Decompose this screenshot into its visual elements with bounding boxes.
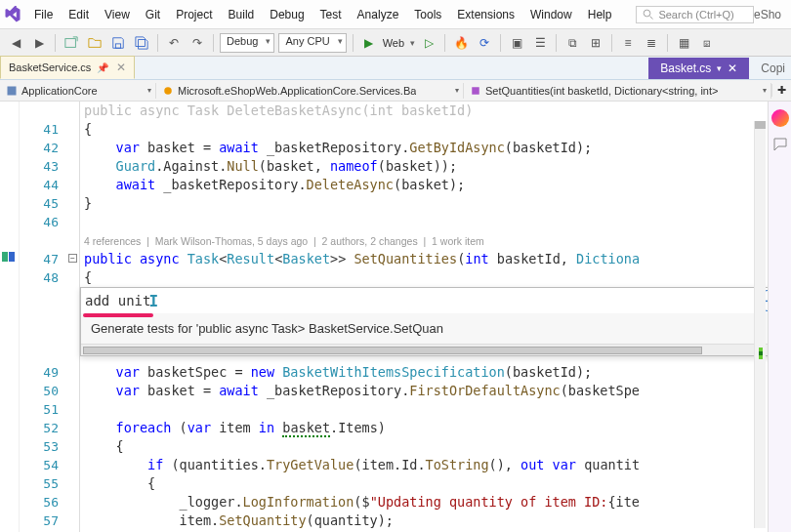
tb-icon-7[interactable]: ▦ [674,33,693,53]
vs-logo-icon [4,3,21,26]
code-line[interactable]: { [80,120,791,139]
nav-project-combo[interactable]: ApplicationCore [0,83,156,99]
menu-test[interactable]: Test [313,4,349,25]
tb-icon-1[interactable]: ▣ [507,33,526,53]
split-handle[interactable] [755,121,766,129]
tab-right-label: Basket.cs [660,61,711,75]
code-line[interactable]: public async Task<Result<Basket>> SetQua… [80,250,791,268]
undo-icon[interactable]: ↶ [164,33,184,53]
tb-icon-8[interactable]: ⧆ [697,33,717,53]
code-line[interactable]: Guard.Against.Null(basket, nameof(basket… [80,157,791,176]
chat-icon[interactable] [772,137,788,152]
tb-icon-2[interactable]: ☰ [530,33,550,53]
close-icon[interactable]: ✕ [116,61,126,74]
code-line[interactable]: var basketSpec = new BasketWithItemsSpec… [80,363,791,382]
close-icon[interactable]: ✕ [728,61,737,75]
menu-git[interactable]: Git [139,4,167,25]
nav-member-combo[interactable]: SetQuantities(int basketId, Dictionary<s… [464,83,771,99]
menu-tools[interactable]: Tools [407,4,448,25]
browser-refresh-icon[interactable]: ⟳ [475,33,494,53]
code-line[interactable]: var basket = await _basketRepository.Get… [80,139,791,157]
code-line[interactable]: } [80,194,791,213]
code-line[interactable]: foreach (var item in basket.Items) [80,419,791,437]
tb-icon-6[interactable]: ≣ [642,33,661,53]
class-icon [162,85,174,97]
tb-icon-5[interactable]: ≡ [618,33,638,53]
menu-build[interactable]: Build [222,4,262,25]
start-label[interactable]: Web [383,37,404,49]
code-line[interactable] [80,213,791,231]
caret-icon: I [148,292,158,310]
svg-rect-7 [2,252,8,262]
menu-debug[interactable]: Debug [263,4,311,25]
titlebar: FileEditViewGitProjectBuildDebugTestAnal… [0,0,791,29]
code-line[interactable] [80,400,791,419]
menu-view[interactable]: View [98,4,137,25]
fold-box-icon[interactable]: − [68,254,77,263]
method-icon [470,85,481,97]
nav-type-combo[interactable]: Microsoft.eShopWeb.ApplicationCore.Servi… [156,83,464,99]
svg-rect-2 [65,38,76,47]
code-line[interactable]: public async Task DeleteBasketAsync(int … [80,102,791,120]
code-editor[interactable]: 414243444546474849505152535455565758 − p… [0,102,791,532]
copilot-tab-label[interactable]: Copi [755,58,791,79]
new-project-icon[interactable] [62,33,81,53]
main-menu: FileEditViewGitProjectBuildDebugTestAnal… [27,4,618,25]
save-icon[interactable] [108,33,128,53]
menu-window[interactable]: Window [523,4,579,25]
nav-back-icon[interactable]: ◀ [6,33,25,53]
tb-icon-3[interactable]: ⧉ [562,33,582,53]
nav-split-icon[interactable]: ✚ [771,84,791,97]
code-line[interactable]: if (quantities.TryGetValue(item.Id.ToStr… [80,456,791,474]
tab-active[interactable]: BasketService.cs 📌 ✕ [0,56,135,79]
tb-icon-4[interactable]: ⊞ [586,33,605,53]
tab-label: BasketService.cs [9,61,91,73]
glyph-margin [0,102,20,532]
code-line[interactable]: 4 references | Mark Wilson-Thomas, 5 day… [80,231,791,250]
code-line[interactable]: { [80,474,791,493]
open-icon[interactable] [85,33,104,53]
hot-reload-icon[interactable]: 🔥 [451,33,471,53]
nav-fwd-icon[interactable]: ▶ [29,33,49,53]
copilot-suggestion[interactable]: Generate tests for 'public async Task> B… [81,313,782,344]
code-line[interactable]: { [80,268,791,287]
menu-file[interactable]: File [27,4,60,25]
start-nodebug-icon[interactable]: ▷ [419,33,438,53]
copilot-side-panel [768,102,791,532]
copilot-avatar-icon[interactable] [771,109,789,127]
code-line[interactable]: _logger.LogInformation($"Updating quanti… [80,493,791,512]
redo-icon[interactable]: ↷ [187,33,207,53]
config-combo[interactable]: Debug [220,33,274,53]
csharp-project-icon [6,85,18,97]
menu-edit[interactable]: Edit [62,4,96,25]
menu-help[interactable]: Help [581,4,619,25]
search-box[interactable]: Search (Ctrl+Q) [636,6,754,23]
platform-combo[interactable]: Any CPU [278,33,346,53]
tab-right[interactable]: Basket.cs ▾ ✕ [648,58,749,79]
menu-project[interactable]: Project [169,4,219,25]
code-line[interactable]: { [80,437,791,456]
pin-icon[interactable]: 📌 [97,62,108,73]
start-icon[interactable]: ▶ [359,33,379,53]
svg-rect-4 [8,86,17,95]
copilot-inline-popup[interactable]: add unitI➜Generate tests for 'public asy… [80,287,783,356]
save-all-icon[interactable] [132,33,151,53]
menu-extensions[interactable]: Extensions [450,4,521,25]
code-content[interactable]: − public async Task DeleteBasketAsync(in… [66,102,791,532]
outline-bar: − [66,102,80,532]
copilot-input-text[interactable]: add unit [85,293,150,308]
copilot-scrollbar[interactable]: ▸ [81,344,782,355]
overview-ruler[interactable] [754,121,766,528]
line-number-gutter: 414243444546474849505152535455565758 [20,102,66,532]
code-line[interactable]: var basket = await _basketRepository.Fir… [80,382,791,400]
codelens[interactable]: 4 references | Mark Wilson-Thomas, 5 day… [84,235,484,247]
code-line[interactable]: await _basketRepository.DeleteAsync(bask… [80,176,791,194]
code-line[interactable]: item.SetQuantity(quantity); [80,512,791,530]
chevron-down-icon[interactable]: ▾ [717,63,722,73]
copilot-highlight [83,313,153,317]
menu-analyze[interactable]: Analyze [351,4,406,25]
svg-line-1 [650,16,653,19]
nav-bar: ApplicationCore Microsoft.eShopWeb.Appli… [0,80,791,102]
change-marker-icon [2,251,16,263]
svg-point-0 [645,10,651,17]
